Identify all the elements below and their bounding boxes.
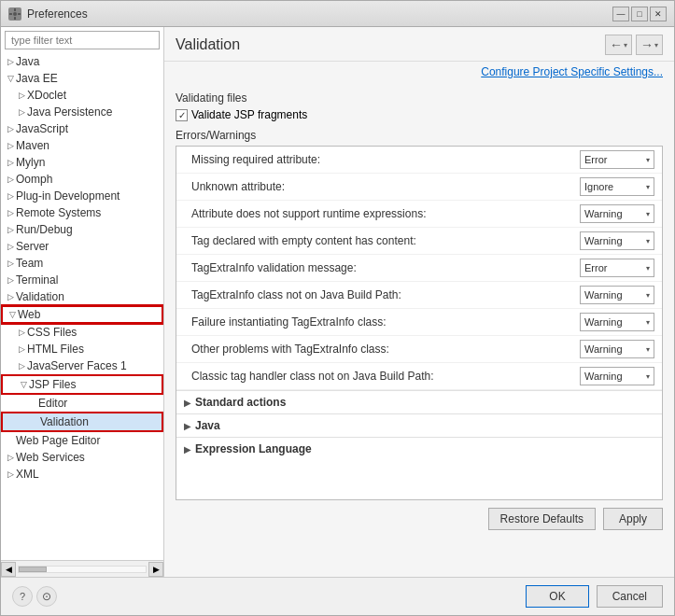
checkmark-icon: ✓ <box>178 110 186 120</box>
maximize-button[interactable]: □ <box>631 7 648 21</box>
sidebar-item-label: Maven <box>16 139 49 152</box>
sidebar-item-java-persistence[interactable]: ▷ Java Persistence <box>1 104 163 120</box>
sidebar-item-validation-node[interactable]: Validation <box>1 412 163 432</box>
expand-right-icon: ▶ <box>184 398 191 408</box>
help-icon[interactable]: ? <box>12 586 33 607</box>
sidebar-item-label: Run/Debug <box>16 223 73 236</box>
sidebar-item-mylyn[interactable]: ▷ Mylyn <box>1 154 163 171</box>
sidebar-item-xdoclet[interactable]: ▷ XDoclet <box>1 87 163 104</box>
sidebar-item-label: XDoclet <box>27 89 66 102</box>
back-dropdown-icon: ▾ <box>624 41 627 49</box>
row-label-failure-instantiating: Failure instantiating TagExtraInfo class… <box>191 315 580 329</box>
scroll-track[interactable] <box>18 566 147 573</box>
sidebar-item-maven[interactable]: ▷ Maven <box>1 137 163 154</box>
row-label-unknown-attr: Unknown attribute: <box>191 180 580 193</box>
sidebar-item-terminal[interactable]: ▷ Terminal <box>1 272 163 288</box>
sidebar-item-web-page-editor[interactable]: Web Page Editor <box>1 432 163 449</box>
expand-arrow-html: ▷ <box>16 343 27 355</box>
forward-button[interactable]: → ▾ <box>636 35 663 55</box>
cancel-button[interactable]: Cancel <box>597 585 663 608</box>
scroll-left-button[interactable]: ◀ <box>1 562 16 577</box>
list-item-java[interactable]: ▶ Java <box>176 413 662 437</box>
dropdown-other-problems[interactable]: Warning ▾ <box>580 340 654 358</box>
sidebar-item-server[interactable]: ▷ Server <box>1 238 163 255</box>
dropdown-classic-handler[interactable]: Warning ▾ <box>580 367 654 385</box>
validating-files-label: Validating files <box>176 91 663 105</box>
dropdown-arrow-icon: ▾ <box>646 291 650 300</box>
close-button[interactable]: ✕ <box>650 7 667 21</box>
expand-arrow-css: ▷ <box>16 327 27 338</box>
dropdown-value: Ignore <box>584 181 613 192</box>
table-row: Other problems with TagExtraInfo class: … <box>176 336 662 363</box>
dropdown-tei-build-path[interactable]: Warning ▾ <box>580 286 654 304</box>
tree: ▷ Java ▽ Java EE ▷ XDoclet ▷ Java Persis… <box>1 53 163 560</box>
expandable-label: Java <box>195 419 220 432</box>
table-row: Failure instantiating TagExtraInfo class… <box>176 309 662 336</box>
dropdown-unknown-attr[interactable]: Ignore ▾ <box>580 177 654 196</box>
svg-point-0 <box>13 12 17 16</box>
expand-arrow-server: ▷ <box>5 241 16 252</box>
sidebar-item-plugin[interactable]: ▷ Plug-in Development <box>1 188 163 204</box>
dropdown-arrow-icon: ▾ <box>646 210 650 218</box>
dropdown-runtime-expr[interactable]: Warning ▾ <box>580 204 654 223</box>
ok-button[interactable]: OK <box>526 585 588 608</box>
back-button[interactable]: ← ▾ <box>605 35 632 55</box>
sidebar-item-label: JavaServer Faces 1 <box>27 359 127 372</box>
expand-arrow-web-services: ▷ <box>5 452 16 463</box>
list-item-expression-language[interactable]: ▶ Expression Language <box>176 437 662 460</box>
window-controls: — □ ✕ <box>612 7 667 21</box>
dropdown-value: Warning <box>584 208 623 219</box>
sidebar-item-run-debug[interactable]: ▷ Run/Debug <box>1 221 163 238</box>
sidebar-item-java[interactable]: ▷ Java <box>1 53 163 70</box>
svg-rect-2 <box>14 17 16 20</box>
info-icon[interactable]: ⊙ <box>36 586 57 607</box>
sidebar-item-jsf[interactable]: ▷ JavaServer Faces 1 <box>1 357 163 374</box>
expand-arrow-remote: ▷ <box>5 207 16 218</box>
restore-defaults-button[interactable]: Restore Defaults <box>488 508 596 530</box>
scroll-thumb[interactable] <box>19 567 47 572</box>
row-label-runtime-expr: Attribute does not support runtime expre… <box>191 207 580 220</box>
sidebar-item-label: Plug-in Development <box>16 189 120 203</box>
sidebar-item-web-services[interactable]: ▷ Web Services <box>1 449 163 466</box>
sidebar-item-xml[interactable]: ▷ XML <box>1 466 163 483</box>
row-label-tei-validation: TagExtraInfo validation message: <box>191 261 580 274</box>
filter-input[interactable] <box>5 31 160 49</box>
dropdown-arrow-icon: ▾ <box>646 183 650 191</box>
sidebar-item-validation-top[interactable]: ▷ Validation <box>1 288 163 305</box>
list-item-standard-actions[interactable]: ▶ Standard actions <box>176 390 662 413</box>
sidebar-item-label: HTML Files <box>27 343 84 356</box>
sidebar-horizontal-scrollbar[interactable]: ◀ ▶ <box>1 560 163 577</box>
dropdown-empty-content[interactable]: Warning ▾ <box>580 231 654 250</box>
expand-arrow-terminal: ▷ <box>5 274 16 286</box>
validate-checkbox-row: ✓ Validate JSP fragments <box>176 108 663 121</box>
table-row: Tag declared with empty content has cont… <box>176 228 662 255</box>
errors-warnings-body[interactable]: Missing required attribute: Error ▾ Unkn… <box>176 147 662 473</box>
sidebar-item-java-ee[interactable]: ▽ Java EE <box>1 70 163 87</box>
dropdown-value: Warning <box>584 371 623 382</box>
dropdown-tei-validation[interactable]: Error ▾ <box>580 259 654 277</box>
scroll-right-button[interactable]: ▶ <box>148 562 163 577</box>
config-link[interactable]: Configure Project Specific Settings... <box>164 62 674 82</box>
dropdown-missing-attr[interactable]: Error ▾ <box>580 150 654 169</box>
expandable-label: Expression Language <box>195 442 312 455</box>
sidebar-item-label: Terminal <box>16 273 58 287</box>
sidebar-item-label: Web <box>18 308 40 321</box>
sidebar-item-remote[interactable]: ▷ Remote Systems <box>1 204 163 221</box>
apply-button[interactable]: Apply <box>603 508 663 530</box>
sidebar-item-label: Web Services <box>16 451 85 464</box>
sidebar-item-html-files[interactable]: ▷ HTML Files <box>1 341 163 357</box>
sidebar-item-jsp-files[interactable]: ▽ JSP Files <box>1 374 163 395</box>
sidebar-item-label: Validation <box>16 290 64 303</box>
sidebar-item-team[interactable]: ▷ Team <box>1 255 163 272</box>
dropdown-failure-instantiating[interactable]: Warning ▾ <box>580 313 654 331</box>
sidebar-item-css-files[interactable]: ▷ CSS Files <box>1 324 163 341</box>
expand-arrow-java-ee: ▽ <box>5 73 16 84</box>
sidebar-item-editor[interactable]: Editor <box>1 395 163 412</box>
expand-right-icon: ▶ <box>184 444 191 455</box>
minimize-button[interactable]: — <box>612 7 629 21</box>
sidebar-item-javascript[interactable]: ▷ JavaScript <box>1 120 163 137</box>
sidebar-item-web[interactable]: ▽ Web <box>1 305 163 324</box>
dialog-content: ▷ Java ▽ Java EE ▷ XDoclet ▷ Java Persis… <box>1 27 674 577</box>
validate-checkbox[interactable]: ✓ <box>176 109 188 121</box>
sidebar-item-oomph[interactable]: ▷ Oomph <box>1 171 163 188</box>
